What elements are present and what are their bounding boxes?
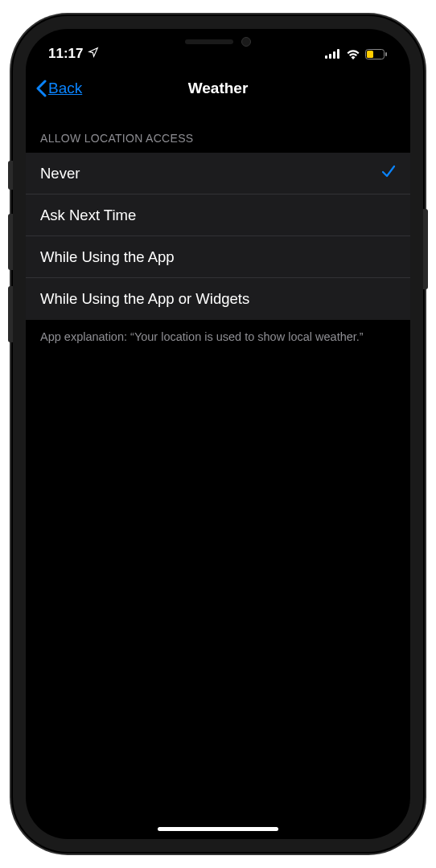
nav-title: Weather [188,80,249,97]
cellular-signal-icon [325,49,341,59]
option-ask-next-time[interactable]: Ask Next Time [26,194,410,236]
svg-rect-2 [333,51,335,59]
option-never[interactable]: Never [26,153,410,194]
svg-rect-5 [367,51,373,58]
screen: 11:17 [26,29,410,839]
svg-rect-6 [385,52,387,56]
option-label: While Using the App [40,248,175,266]
option-while-using-app[interactable]: While Using the App [26,236,410,278]
back-label: Back [48,80,82,97]
checkmark-icon [381,164,396,182]
device-frame: 11:17 [13,16,423,852]
battery-icon [365,49,388,59]
option-while-using-app-widgets[interactable]: While Using the App or Widgets [26,278,410,320]
chevron-left-icon [35,80,47,97]
section-footer: App explanation: “Your location is used … [26,320,410,355]
option-label: While Using the App or Widgets [40,290,249,308]
back-button[interactable]: Back [35,80,82,97]
location-access-options: Never Ask Next Time While Using the App … [26,153,410,320]
svg-rect-0 [325,55,327,59]
device-side-buttons [8,161,13,358]
status-time: 11:17 [48,46,83,62]
section-header: Allow Location Access [26,132,410,153]
svg-rect-1 [329,54,331,59]
home-indicator[interactable] [158,827,278,831]
svg-rect-3 [337,49,339,59]
wifi-icon [346,49,360,59]
device-notch [130,29,306,55]
option-label: Ask Next Time [40,207,136,224]
option-label: Never [40,165,80,182]
nav-bar: Back Weather [26,68,410,109]
location-arrow-icon [88,46,99,62]
